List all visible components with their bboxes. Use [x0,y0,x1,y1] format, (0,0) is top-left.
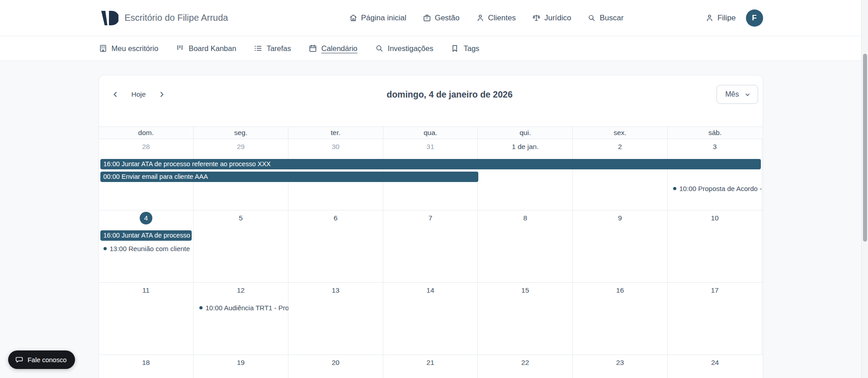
nav-label: Clientes [488,14,516,23]
tab-board-kanban[interactable]: Board Kanban [175,44,236,53]
page-scrollbar[interactable] [861,0,868,378]
day-cell[interactable]: 13 [288,283,383,355]
event-text: 13:00 Reunião com cliente [110,245,190,252]
tab-investigacoes[interactable]: Investigações [375,44,434,53]
event-dot-icon [199,306,203,309]
day-cell[interactable]: 3 [668,139,763,210]
day-cell[interactable]: 20 [288,355,383,378]
app-logo-icon [99,8,118,28]
day-cell[interactable]: 18 [99,355,194,378]
bookmark-icon [450,44,459,53]
day-cell[interactable]: 8 [478,210,573,282]
next-month-button[interactable] [154,86,170,103]
event-bar[interactable]: 16:00 Juntar ATA de processo referente a… [100,159,761,169]
day-cell[interactable]: 10 [668,210,763,282]
nav-buscar[interactable]: Buscar [587,14,623,23]
tab-label: Calendário [321,44,358,53]
day-cell[interactable]: 21 [383,355,478,378]
view-selector-button[interactable]: Mês [717,85,758,104]
week-row: 18 19 20 21 22 23 24 [99,355,763,378]
tab-calendario[interactable]: Calendário [308,44,358,53]
top-header: Escritório do Filipe Arruda Página inici… [0,0,861,36]
avatar[interactable]: F [746,9,763,27]
main-content: Hoje domingo, 4 de janeiro de 2026 Mês d… [0,61,861,378]
nav-pagina-inicial[interactable]: Página inicial [349,14,406,23]
today-button[interactable]: Hoje [132,90,146,98]
calendar-grid: dom. seg. ter. qua. qui. sex. sáb. 28 29… [99,126,763,378]
day-cell[interactable]: 11 [99,283,194,355]
user-area: Filipe F [705,0,763,36]
tab-label: Board Kanban [189,44,236,53]
event-bar[interactable]: 16:00 Juntar ATA de processo [100,230,192,241]
app-viewport: Escritório do Filipe Arruda Página inici… [0,0,861,378]
day-cell[interactable]: 9 [573,210,668,282]
tab-tarefas[interactable]: Tarefas [254,44,291,53]
scrollbar-thumb[interactable] [863,54,867,242]
day-cell[interactable]: 24 [668,355,763,378]
tab-label: Tags [463,44,479,53]
event-text: 10:00 Audiência TRT1 - Proce [206,304,288,312]
chevron-left-icon [111,90,120,99]
nav-juridico[interactable]: Jurídico [532,14,571,23]
scales-icon [532,14,541,22]
day-cell[interactable]: 1 de jan. [478,139,573,210]
section-tabbar: Meu escritório Board Kanban Tarefas Cale… [0,36,861,61]
chat-bubble-icon [15,355,24,364]
day-cell[interactable]: 5 [193,210,288,282]
nav-label: Gestão [435,14,460,23]
search-icon [375,44,384,53]
user-menu[interactable]: Filipe [705,14,736,23]
tab-label: Tarefas [267,44,291,53]
prev-month-button[interactable] [107,86,123,103]
tab-tags[interactable]: Tags [450,44,479,53]
week-row: 4 5 6 7 8 9 10 16:00 Juntar ATA de proce… [99,210,763,283]
tab-meu-escritorio[interactable]: Meu escritório [99,44,159,53]
event-dot-icon [104,247,107,250]
day-cell[interactable]: 19 [193,355,288,378]
brand[interactable]: Escritório do Filipe Arruda [99,8,228,28]
weekday-label: seg. [193,127,288,139]
user-name: Filipe [717,14,736,23]
weekday-label: qua. [383,127,478,139]
nav-gestao[interactable]: Gestão [423,14,460,23]
briefcase-icon [423,14,431,22]
weekday-label: sex. [573,127,668,139]
day-cell[interactable]: 15 [478,283,573,355]
week-row: 11 12 13 14 15 16 17 10:00 Audiência TRT… [99,283,763,355]
user-icon [705,14,714,22]
day-cell[interactable]: 12 [193,283,288,355]
calendar-icon [308,44,317,53]
nav-label: Buscar [599,14,623,23]
nav-label: Página inicial [361,14,406,23]
weekday-label: sáb. [668,127,763,139]
day-cell[interactable]: 6 [288,210,383,282]
event-bar[interactable]: 00:00 Enviar email para cliente AAA [100,172,478,182]
event-item[interactable]: 10:00 Proposta de Acordo - P [673,184,763,193]
day-cell[interactable]: 22 [478,355,573,378]
chat-button[interactable]: Fale conosco [8,350,75,369]
day-cell[interactable]: 16 [573,283,668,355]
calendar-card: Hoje domingo, 4 de janeiro de 2026 Mês d… [99,75,763,378]
view-selector-label: Mês [725,90,739,98]
chevron-right-icon [157,90,166,99]
main-nav: Página inicial Gestão Clientes [349,0,624,36]
day-cell[interactable]: 7 [383,210,478,282]
day-cell[interactable]: 2 [573,139,668,210]
day-cell[interactable]: 23 [573,355,668,378]
today-badge[interactable]: 4 [140,212,152,224]
tab-label: Investigações [388,44,434,53]
day-cell[interactable]: 17 [668,283,763,355]
building-icon [99,44,108,53]
tab-label: Meu escritório [112,44,159,53]
weekday-label: dom. [99,127,194,139]
nav-clientes[interactable]: Clientes [476,14,516,23]
calendar-title: domingo, 4 de janeiro de 2026 [387,89,513,100]
event-item[interactable]: 13:00 Reunião com cliente [104,244,190,253]
chevron-down-icon [744,91,751,98]
user-icon [476,14,485,22]
chat-button-label: Fale conosco [28,356,66,364]
nav-label: Jurídico [544,14,571,23]
day-cell[interactable]: 14 [383,283,478,355]
search-icon [587,14,596,22]
event-item[interactable]: 10:00 Audiência TRT1 - Proce [199,303,288,313]
